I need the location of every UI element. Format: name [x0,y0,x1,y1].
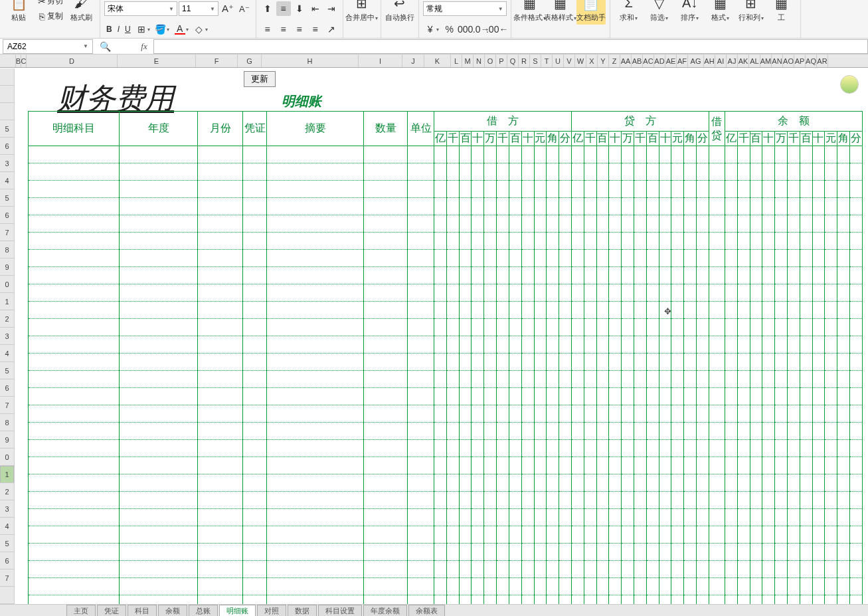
column-header-AF[interactable]: AF [677,54,688,67]
column-header-R[interactable]: R [519,54,530,67]
column-header-K[interactable]: K [424,54,451,67]
currency-button[interactable]: ¥▾ [423,22,441,37]
cell-grid[interactable]: 财务费用 明细账 更新 明细科目 年度 月份 凭证 摘要 数量 单位 借 方 贷… [15,68,868,604]
decrease-indent-button[interactable]: ⇤ [308,1,323,16]
row-header[interactable]: 1 [0,293,14,310]
row-header[interactable]: 5 [0,535,14,552]
column-header-G[interactable]: G [238,54,262,67]
column-header-AB[interactable]: AB [632,54,643,67]
row-header[interactable]: 6 [0,552,14,569]
select-all-corner[interactable] [0,54,16,67]
row-header[interactable]: 6 [0,379,14,397]
font-size-select[interactable]: 11▼ [179,1,218,16]
sheet-tab[interactable]: 年度余额 [363,605,407,617]
decrease-font-button[interactable]: A⁻ [237,1,252,16]
align-left-button[interactable]: ≡ [260,22,275,37]
clear-format-button[interactable]: ◇▾ [192,22,210,37]
underline-button[interactable]: U [123,22,133,37]
column-header-AC[interactable]: AC [643,54,654,67]
number-format-select[interactable]: 常规▼ [423,1,507,16]
fill-color-button[interactable]: 🪣▾ [153,22,171,37]
doc-helper-button[interactable]: 📄文档助手 [576,0,606,25]
column-header-C[interactable]: C [21,54,27,67]
sheet-tab[interactable]: 科目设置 [318,605,362,617]
sum-button[interactable]: Σ求和▾ [614,0,644,25]
wrap-text-button[interactable]: ↩自动换行 [385,0,414,25]
column-header-Z[interactable]: Z [609,54,620,67]
column-header-D[interactable]: D [27,54,118,67]
row-header[interactable]: 4 [0,518,14,535]
column-header-O[interactable]: O [485,54,496,67]
worksheet-button[interactable]: ▦工 [767,0,796,25]
column-header-P[interactable]: P [496,54,507,67]
sort-button[interactable]: A↓排序▾ [675,0,705,25]
rowcol-button[interactable]: ⊞行和列▾ [737,0,766,25]
sheet-tab[interactable]: 余额 [158,605,187,617]
paste-button[interactable]: 📋粘贴 [4,0,33,25]
row-header[interactable]: 5 [0,189,14,207]
column-header-V[interactable]: V [564,54,575,67]
row-header[interactable]: 7 [0,397,14,414]
zoom-icon[interactable]: 🔍 [100,41,111,52]
font-color-button[interactable]: A▾ [173,22,191,37]
filter-button[interactable]: ▽筛选▾ [645,0,674,25]
column-header-AH[interactable]: AH [704,54,715,67]
column-header-W[interactable]: W [575,54,586,67]
column-header-AJ[interactable]: AJ [727,54,738,67]
row-header[interactable]: 1 [0,466,14,483]
row-header[interactable]: 6 [0,207,14,224]
column-header-H[interactable]: H [262,54,359,67]
row-header[interactable]: 3 [0,155,14,172]
align-bottom-button[interactable]: ⬇ [292,1,307,16]
column-header-J[interactable]: J [402,54,424,67]
sheet-tab[interactable]: 总账 [189,605,218,617]
formula-input[interactable] [153,39,868,54]
italic-button[interactable]: I [116,22,122,37]
cut-button[interactable]: ✂剪切 [35,0,65,9]
row-header[interactable]: 7 [0,569,14,587]
increase-indent-button[interactable]: ⇥ [324,1,339,16]
align-right-button[interactable]: ≡ [292,22,307,37]
align-justify-button[interactable]: ≡ [308,22,323,37]
comma-button[interactable]: 000 [458,22,473,37]
column-header-AA[interactable]: AA [620,54,632,67]
align-top-button[interactable]: ⬆ [260,1,275,16]
row-header[interactable]: 3 [0,328,14,345]
sheet-tab[interactable]: 主页 [66,605,96,617]
column-header-U[interactable]: U [553,54,564,67]
column-header-AD[interactable]: AD [654,54,665,67]
increase-font-button[interactable]: A⁺ [220,1,236,16]
sheet-tab[interactable]: 余额表 [408,605,445,617]
bold-button[interactable]: B [104,22,114,37]
percent-button[interactable]: % [442,22,457,37]
update-button[interactable]: 更新 [244,71,276,87]
row-header[interactable]: 3 [0,500,14,518]
row-header[interactable]: 7 [0,224,14,241]
row-header[interactable]: 2 [0,483,14,500]
align-center-button[interactable]: ≡ [276,22,291,37]
column-header-AK[interactable]: AK [738,54,749,67]
row-header[interactable]: 4 [0,345,14,362]
row-header[interactable]: 9 [0,431,14,449]
row-header[interactable]: 0 [0,276,14,293]
sheet-tab[interactable]: 明细账 [219,605,256,617]
sheet-tab[interactable]: 对照 [257,605,286,617]
column-header-M[interactable]: M [462,54,474,67]
column-header-I[interactable]: I [359,54,402,67]
row-header[interactable] [0,68,14,86]
merge-center-button[interactable]: ⊞合并居中▾ [347,0,377,25]
column-header-N[interactable]: N [474,54,485,67]
row-header[interactable] [0,103,14,120]
column-header-AI[interactable]: AI [715,54,727,67]
row-header[interactable]: 2 [0,310,14,328]
column-header-Y[interactable]: Y [598,54,609,67]
row-header[interactable]: 6 [0,138,14,155]
orientation-button[interactable]: ↗ [324,22,339,37]
column-header-AQ[interactable]: AQ [806,54,817,67]
column-header-Q[interactable]: Q [507,54,519,67]
sheet-tab[interactable]: 数据 [288,605,317,617]
column-header-X[interactable]: X [586,54,598,67]
row-header[interactable]: 5 [0,120,14,138]
format-button[interactable]: ▦格式▾ [706,0,735,25]
copy-button[interactable]: ⎘复制 [35,9,65,24]
